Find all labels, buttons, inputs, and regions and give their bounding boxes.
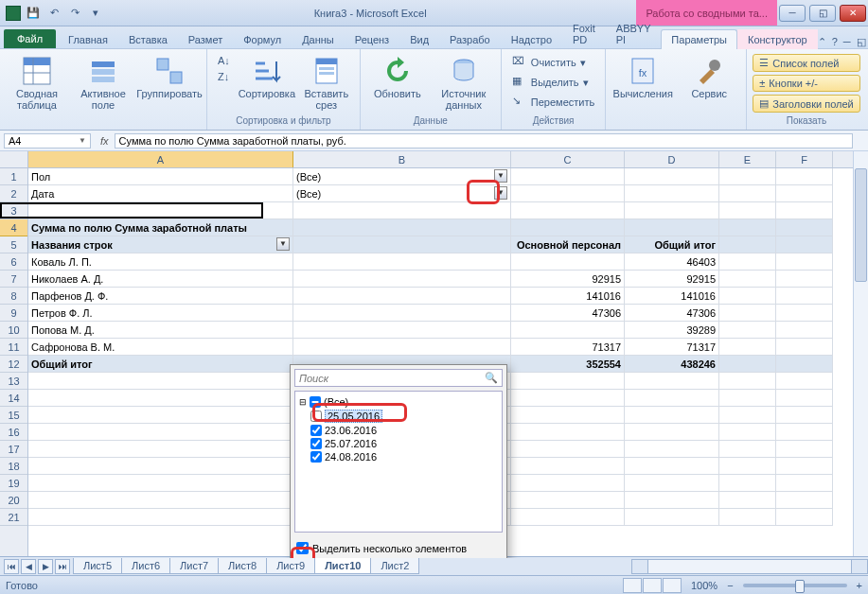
cell[interactable]: [776, 424, 833, 441]
cell[interactable]: [776, 288, 833, 305]
cell[interactable]: [293, 253, 511, 271]
col-header-C[interactable]: C: [511, 151, 625, 167]
cell[interactable]: [776, 305, 833, 322]
cell[interactable]: Дата: [28, 185, 293, 202]
row-header[interactable]: 20: [0, 492, 27, 509]
cell[interactable]: [511, 322, 625, 339]
cell[interactable]: [625, 424, 719, 441]
row-header[interactable]: 5: [0, 236, 27, 253]
vertical-scrollbar[interactable]: [853, 151, 868, 556]
cell[interactable]: [625, 509, 719, 526]
filter-search-input[interactable]: Поиск 🔍: [294, 369, 503, 387]
cell[interactable]: [625, 407, 719, 424]
cell[interactable]: [511, 424, 625, 441]
tab-pivot-design[interactable]: Конструктор: [737, 29, 818, 49]
col-header-A[interactable]: A: [28, 151, 293, 167]
cell[interactable]: [511, 202, 625, 219]
filter-checkbox[interactable]: [310, 396, 321, 408]
filter-item[interactable]: 24.08.2016: [299, 450, 498, 463]
cell[interactable]: [719, 322, 776, 339]
filter-item[interactable]: ⊟(Все): [299, 395, 498, 409]
cell[interactable]: [625, 458, 719, 475]
view-normal-button[interactable]: [623, 578, 642, 593]
cell[interactable]: [28, 373, 293, 390]
cell[interactable]: [719, 236, 776, 253]
cell[interactable]: [719, 441, 776, 458]
cell[interactable]: [293, 288, 511, 305]
cell[interactable]: [776, 253, 833, 271]
zoom-level[interactable]: 100%: [691, 580, 717, 591]
sheet-nav-first[interactable]: ⏮: [4, 559, 19, 574]
filter-item[interactable]: 23.06.2016: [299, 424, 498, 437]
cell[interactable]: Парфенов Д. Ф.: [28, 288, 293, 305]
cell[interactable]: Петров Ф. Л.: [28, 305, 293, 322]
cell[interactable]: 92915: [511, 271, 625, 288]
cell[interactable]: [719, 271, 776, 288]
cell[interactable]: [625, 441, 719, 458]
sort-asc-button[interactable]: A↓: [213, 53, 235, 68]
cell[interactable]: [625, 475, 719, 492]
calculations-button[interactable]: fx Вычисления: [611, 53, 674, 102]
maximize-button[interactable]: ◱: [809, 5, 836, 22]
cell[interactable]: [511, 185, 625, 202]
qat-customize-icon[interactable]: ▾: [87, 5, 104, 22]
tab-abbyy[interactable]: ABBYY Pl: [606, 18, 662, 49]
minimize-button[interactable]: ─: [779, 5, 806, 22]
tab-addins[interactable]: Надстро: [501, 29, 562, 49]
cell[interactable]: 47306: [625, 305, 719, 322]
qat-undo-icon[interactable]: ↶: [45, 5, 62, 22]
cell[interactable]: Названия строк▼: [28, 236, 293, 253]
cell[interactable]: [719, 339, 776, 356]
sheet-nav-last[interactable]: ⏭: [55, 559, 70, 574]
tab-review[interactable]: Реценз: [345, 29, 399, 49]
row-header[interactable]: 3: [0, 202, 27, 219]
row-header[interactable]: 8: [0, 288, 27, 305]
cell[interactable]: [719, 288, 776, 305]
cell[interactable]: [776, 168, 833, 185]
cell[interactable]: [719, 373, 776, 390]
sheet-tab[interactable]: Лист6: [121, 558, 170, 574]
sort-button[interactable]: Сортировка: [239, 53, 295, 102]
move-button[interactable]: ↘Переместить: [507, 93, 599, 112]
cell[interactable]: [293, 339, 511, 356]
cell[interactable]: [625, 219, 719, 236]
cell[interactable]: [719, 475, 776, 492]
cell[interactable]: [293, 219, 511, 236]
cell[interactable]: 141016: [511, 288, 625, 305]
sheet-nav-next[interactable]: ▶: [38, 559, 53, 574]
sort-desc-button[interactable]: Z↓: [213, 69, 235, 84]
horizontal-scrollbar[interactable]: [631, 559, 868, 574]
filter-checkbox[interactable]: [310, 425, 322, 436]
zoom-out-button[interactable]: −: [727, 580, 733, 591]
cell[interactable]: [776, 407, 833, 424]
row-header[interactable]: 16: [0, 424, 27, 441]
cell[interactable]: [511, 509, 625, 526]
row-header[interactable]: 1: [0, 168, 27, 185]
workbook-min-icon[interactable]: ─: [843, 36, 851, 48]
col-header-E[interactable]: E: [719, 151, 776, 167]
cell[interactable]: [719, 390, 776, 407]
cell[interactable]: Сафронова В. М.: [28, 339, 293, 356]
file-tab[interactable]: Файл: [4, 29, 56, 48]
row-header[interactable]: 13: [0, 373, 27, 390]
sheet-tab[interactable]: Лист10: [314, 558, 371, 574]
zoom-in-button[interactable]: +: [857, 580, 862, 591]
row-header[interactable]: 7: [0, 271, 27, 288]
cell[interactable]: Пол: [28, 168, 293, 185]
cell[interactable]: [776, 356, 833, 373]
cell[interactable]: [776, 219, 833, 236]
filter-checkbox[interactable]: [310, 438, 322, 449]
cell[interactable]: [776, 390, 833, 407]
column-headers[interactable]: ABCDEF: [28, 151, 853, 168]
cell[interactable]: [511, 492, 625, 509]
cell[interactable]: 92915: [625, 271, 719, 288]
filter-dropdown-icon[interactable]: ▼: [494, 169, 507, 183]
cell[interactable]: [511, 407, 625, 424]
filter-dropdown-icon[interactable]: ▼: [494, 186, 507, 200]
cell[interactable]: [511, 475, 625, 492]
workbook-restore-icon[interactable]: ◱: [857, 36, 866, 48]
cell[interactable]: 71317: [511, 339, 625, 356]
insert-slicer-button[interactable]: Вставить срез: [299, 53, 354, 114]
row-header[interactable]: 19: [0, 475, 27, 492]
sheet-nav-prev[interactable]: ◀: [21, 559, 36, 574]
